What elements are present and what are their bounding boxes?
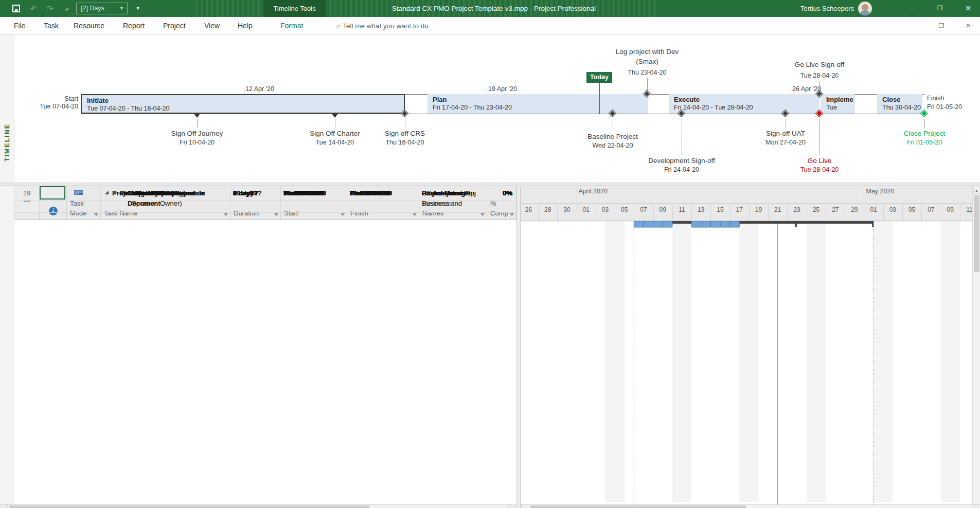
cell-duration[interactable]: 1 day? (230, 186, 281, 201)
tab-project[interactable]: Project (163, 17, 186, 34)
scrollbar-thumb[interactable] (9, 505, 369, 508)
summary-cap[interactable] (795, 221, 797, 227)
filter-arrow-icon[interactable] (413, 213, 417, 216)
save-icon[interactable] (12, 5, 20, 12)
task-bar[interactable] (634, 221, 644, 227)
tab-format[interactable]: Format (280, 17, 303, 34)
phase-dates: Tue 07-04-20 - Thu 16-04-20 (87, 105, 170, 112)
minimize-button[interactable]: — (900, 0, 923, 17)
scroll-left-icon[interactable] (521, 505, 528, 508)
task-bar[interactable] (644, 221, 653, 227)
table-horizontal-scrollbar[interactable] (0, 504, 516, 508)
cell-info[interactable] (40, 186, 67, 201)
bar-label[interactable]: PM (742, 221, 753, 223)
day-tick-label: 05 (615, 206, 634, 213)
summary-cap[interactable] (872, 221, 874, 227)
tab-file[interactable]: File (14, 17, 26, 34)
tab-report[interactable]: Report (123, 17, 145, 34)
day-tick-label: 07 (634, 206, 653, 213)
scroll-right-icon[interactable] (508, 505, 515, 508)
tab-task[interactable]: Task (44, 17, 59, 34)
day-tick-label: 25 (807, 206, 826, 213)
tell-me-search[interactable]: ⌕ Tell me what you want to do (336, 17, 429, 34)
finish-value: Fri 17-04-20 (350, 189, 387, 197)
milestone-connector (335, 119, 335, 128)
milestone-label: Sign Off Journey (140, 130, 254, 137)
collapse-triangle-icon[interactable] (128, 191, 131, 194)
filter-arrow-icon[interactable] (510, 213, 514, 216)
milestone-date: Fri 01-05-20 (868, 139, 980, 146)
task-bar[interactable] (691, 221, 701, 227)
filter-arrow-icon[interactable] (224, 213, 228, 216)
timeline-phase-plan[interactable]: PlanFri 17-04-20 - Thu 23-04-20 (427, 94, 648, 114)
close-button[interactable]: ✕ (957, 0, 979, 17)
scroll-right-icon[interactable] (972, 505, 979, 508)
filter-arrow-icon[interactable] (480, 213, 485, 216)
milestone-connector (819, 119, 820, 155)
day-tick-label: 01 (577, 206, 596, 213)
zoom-level-dropdown[interactable]: [2] Days▼ (76, 3, 128, 14)
task-name: Identify Tasks (135, 189, 179, 197)
timeline-phase-impleme[interactable]: ImplemeTue (821, 94, 855, 114)
timeline-tick-mark (791, 87, 791, 94)
filter-arrow-icon[interactable] (341, 213, 345, 216)
task-table: iTaskModeTask NameDurationStartFinishRes… (14, 186, 516, 508)
chevron-down-icon: ▼ (119, 3, 124, 14)
milestone-label: Development Sign-off (625, 157, 738, 165)
user-name[interactable]: Tertius Scheepers (792, 0, 854, 17)
restore-button[interactable]: ❐ (929, 0, 951, 17)
task-bar[interactable] (720, 221, 730, 227)
timeline-phase-close[interactable]: CloseThu 30-04-20 (877, 94, 922, 114)
cell-rnum[interactable]: 19 (14, 186, 40, 201)
cell-name[interactable]: Identify Tasks (101, 186, 230, 201)
summary-bar[interactable] (730, 221, 797, 224)
document-title: Standard CX PMO Project Template v3.mpp … (340, 0, 648, 17)
redo-icon[interactable]: ↷ (43, 0, 57, 17)
phase-dates: Fri 24-04-20 - Tue 28-04-20 (674, 104, 753, 111)
close-view-icon[interactable]: ✕ (963, 21, 973, 30)
month-label: May 2020 (866, 188, 894, 195)
cell-finish[interactable]: Fri 17-04-20 (347, 186, 419, 201)
timeline-pane[interactable]: InitiateTue 07-04-20 - Thu 16-04-20PlanF… (14, 34, 980, 183)
vertical-scrollbar[interactable]: ▲ (972, 186, 980, 504)
tab-resource[interactable]: Resource (74, 17, 104, 34)
undo-icon[interactable]: ↶ (27, 0, 40, 17)
scroll-up-icon[interactable]: ▲ (973, 187, 980, 194)
day-tick-label: 30 (557, 206, 576, 213)
tab-help[interactable]: Help (238, 17, 253, 34)
cell-start[interactable]: Fri 17-04-20 (281, 186, 347, 201)
day-tick-label: 11 (960, 206, 972, 213)
timeline-pane-strip[interactable]: TIMELINE (0, 34, 14, 183)
timeline-phase-initiate[interactable]: InitiateTue 07-04-20 - Thu 16-04-20 (81, 94, 405, 114)
task-bar[interactable] (710, 221, 720, 227)
gantt-pane-strip[interactable]: GANTT CHART (0, 186, 14, 508)
restore-window-icon[interactable]: ❐ (936, 21, 947, 30)
month-label: April 2020 (579, 188, 608, 195)
cell-pct[interactable]: 0% (487, 186, 516, 201)
scrollbar-thumb[interactable] (530, 505, 746, 508)
timeline-start-date: Tue 07-04-20 (32, 103, 78, 110)
task-bar[interactable] (730, 221, 740, 227)
task-bar[interactable] (653, 221, 663, 227)
avatar[interactable] (858, 2, 872, 15)
phase-name: Plan (433, 96, 447, 103)
tab-view[interactable]: View (204, 17, 220, 34)
cell-mode[interactable] (67, 186, 101, 201)
task-bar[interactable] (663, 221, 672, 227)
timeline-phase-execute[interactable]: ExecuteFri 24-04-20 - Tue 28-04-20 (669, 94, 819, 114)
milestone-date: Thu 23-04-20 (580, 69, 714, 76)
print-preview-icon[interactable]: ⌕ (61, 0, 74, 17)
pane-splitter[interactable] (0, 183, 980, 186)
cell-resource[interactable]: Project Ma (419, 186, 487, 201)
qat-customize-icon[interactable]: ▼ (133, 0, 143, 17)
day-tick-label: 13 (691, 206, 710, 213)
task-bar[interactable] (701, 221, 711, 227)
filter-arrow-icon[interactable] (94, 213, 98, 216)
table-chart-splitter[interactable] (516, 186, 521, 508)
timeline-tick-label: 19 Apr '20 (488, 85, 517, 93)
filter-arrow-icon[interactable] (274, 213, 278, 216)
chart-horizontal-scrollbar[interactable] (521, 504, 980, 508)
scrollbar-thumb[interactable] (974, 195, 979, 272)
scroll-left-icon[interactable] (1, 505, 8, 508)
milestone-connector (405, 119, 405, 128)
